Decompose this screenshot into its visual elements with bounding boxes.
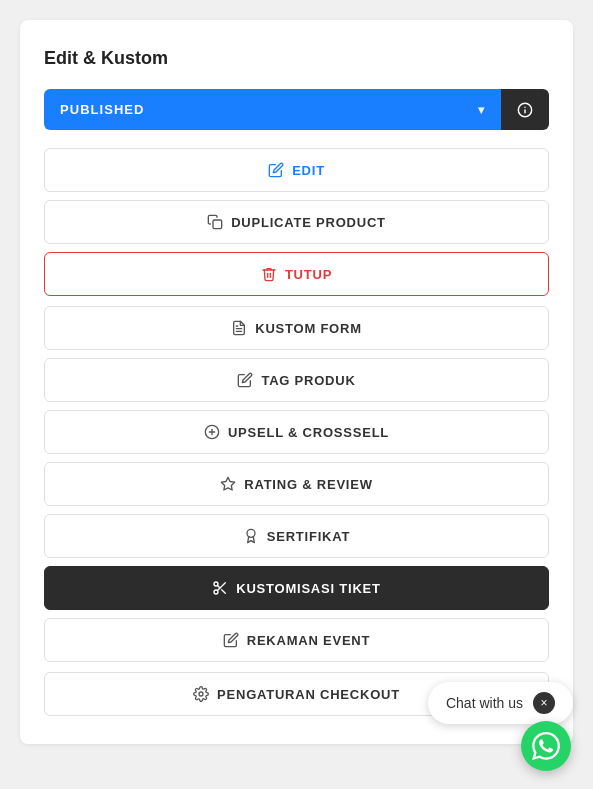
- whatsapp-fab[interactable]: [521, 721, 571, 771]
- badge-icon: [243, 528, 259, 544]
- tag-produk-label: TAG PRODUK: [261, 373, 355, 388]
- close-icon: ×: [540, 696, 547, 710]
- rating-label: RATING & REVIEW: [244, 477, 372, 492]
- edit-label: EDIT: [292, 163, 325, 178]
- edit-button[interactable]: EDIT: [44, 148, 549, 192]
- upsell-label: UPSELL & CROSSSELL: [228, 425, 389, 440]
- svg-rect-3: [213, 220, 222, 229]
- pengaturan-checkout-label: PENGATURAN CHECKOUT: [217, 687, 400, 702]
- rekaman-icon: [223, 632, 239, 648]
- svg-line-14: [222, 590, 226, 594]
- upsell-button[interactable]: UPSELL & CROSSSELL: [44, 410, 549, 454]
- trash-icon: [261, 266, 277, 282]
- published-row: PUBLISHED ▾: [44, 89, 549, 130]
- sertifikat-button[interactable]: SERTIFIKAT: [44, 514, 549, 558]
- gear-icon: [193, 686, 209, 702]
- kustomisasi-tiket-label: KUSTOMISASI TIKET: [236, 581, 380, 596]
- published-button[interactable]: PUBLISHED ▾: [44, 89, 501, 130]
- rekaman-event-label: REKAMAN EVENT: [247, 633, 371, 648]
- scissors-icon: [212, 580, 228, 596]
- star-icon: [220, 476, 236, 492]
- info-icon: [517, 101, 533, 119]
- chevron-down-icon: ▾: [478, 103, 485, 117]
- chat-close-button[interactable]: ×: [533, 692, 555, 714]
- chat-bubble: Chat with us ×: [428, 682, 573, 724]
- sertifikat-label: SERTIFIKAT: [267, 529, 350, 544]
- rating-button[interactable]: RATING & REVIEW: [44, 462, 549, 506]
- published-label: PUBLISHED: [60, 102, 144, 117]
- card-title: Edit & Kustom: [44, 48, 549, 69]
- edit-icon: [268, 162, 284, 178]
- tutup-button[interactable]: TUTUP: [44, 252, 549, 296]
- svg-line-15: [218, 585, 221, 588]
- plus-circle-icon: [204, 424, 220, 440]
- rekaman-event-button[interactable]: REKAMAN EVENT: [44, 618, 549, 662]
- file-icon: [231, 320, 247, 336]
- kustom-form-label: KUSTOM FORM: [255, 321, 362, 336]
- info-button[interactable]: [501, 89, 549, 130]
- section-2: KUSTOM FORM TAG PRODUK: [44, 306, 549, 662]
- tag-icon: [237, 372, 253, 388]
- chat-label: Chat with us: [446, 695, 523, 711]
- tag-produk-button[interactable]: TAG PRODUK: [44, 358, 549, 402]
- edit-kustom-card: Edit & Kustom PUBLISHED ▾: [20, 20, 573, 744]
- kustomisasi-tiket-button[interactable]: KUSTOMISASI TIKET: [44, 566, 549, 610]
- duplicate-product-button[interactable]: DUPLICATE PRODUCT: [44, 200, 549, 244]
- kustom-form-button[interactable]: KUSTOM FORM: [44, 306, 549, 350]
- svg-marker-9: [222, 477, 235, 490]
- svg-point-16: [199, 692, 203, 696]
- whatsapp-icon: [532, 732, 560, 760]
- duplicate-label: DUPLICATE PRODUCT: [231, 215, 386, 230]
- copy-icon: [207, 214, 223, 230]
- tutup-label: TUTUP: [285, 267, 332, 282]
